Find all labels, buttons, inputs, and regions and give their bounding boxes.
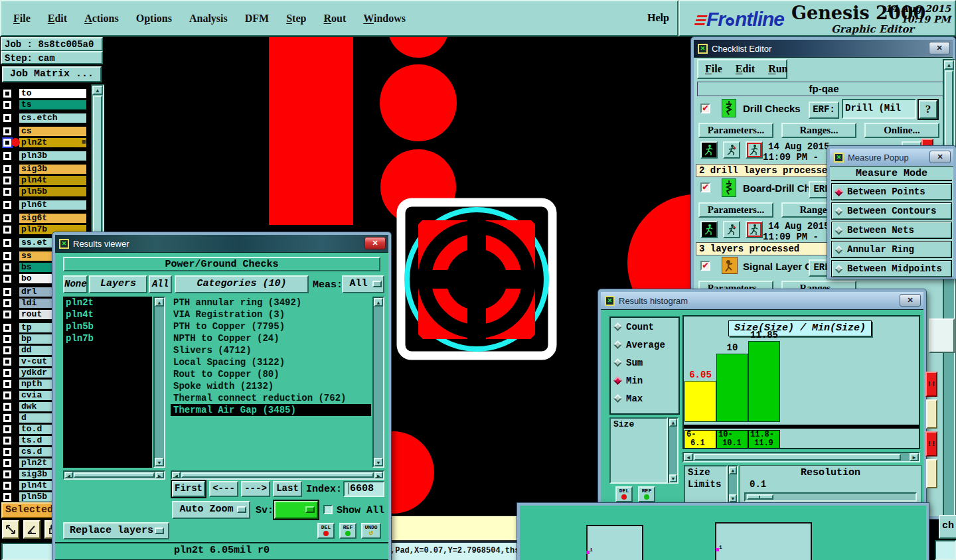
layer-checkbox[interactable] [3, 139, 11, 147]
measure-mode-option[interactable]: Between Contours [831, 202, 952, 220]
menu-item[interactable]: File [13, 13, 31, 25]
filter-none-button[interactable]: None [63, 275, 88, 293]
category-item[interactable]: Spoke width (2132) [171, 380, 371, 392]
job-matrix-button[interactable]: Job Matrix ... [2, 66, 102, 82]
index-field[interactable]: 6608 [343, 481, 384, 497]
categories-scrollbar[interactable]: ▲ ▼ [372, 297, 384, 468]
layer-name[interactable]: pln2t [19, 137, 87, 148]
layer-row[interactable]: sig6t ▦ [0, 213, 91, 224]
stat-mode-option[interactable]: Min [611, 372, 678, 389]
layer-checkbox[interactable] [3, 369, 11, 377]
layer-name[interactable]: ts [19, 100, 87, 110]
measure-tool-button[interactable] [2, 520, 19, 539]
layer-name[interactable]: pln3b [19, 151, 87, 161]
results-layer-item[interactable]: pln5b [63, 320, 152, 332]
severity-dropdown[interactable] [274, 501, 318, 519]
results-viewer-title-bar[interactable]: ✕ Results viewer ✕ [55, 235, 388, 252]
layer-checkbox[interactable] [3, 380, 11, 388]
menu-item[interactable]: Edit [736, 63, 755, 75]
layer-name[interactable]: sig3b [19, 164, 87, 175]
scroll-down-icon[interactable]: ▼ [729, 494, 737, 502]
check-action-button[interactable]: Online... [864, 123, 939, 138]
layer-checkbox[interactable] [3, 263, 11, 271]
scroll-up-icon[interactable]: ▲ [669, 419, 677, 427]
layer-checkbox[interactable] [3, 127, 11, 135]
layer-checkbox[interactable] [3, 470, 11, 478]
layer-row[interactable]: ts ▦ [0, 100, 91, 110]
prev-button[interactable]: <--- [209, 481, 238, 497]
scroll-right-icon[interactable]: ▶ [155, 472, 164, 478]
check-enabled-checkbox[interactable]: ✔ [700, 261, 710, 271]
stat-mode-option[interactable]: Count [611, 318, 678, 336]
field-list-scrollbar[interactable]: ▲ ▼ [668, 417, 678, 484]
runner-icon[interactable] [746, 221, 763, 238]
menu-item[interactable]: DFM [245, 13, 269, 25]
results-layer-item[interactable]: pln4t [63, 309, 152, 320]
layer-checkbox[interactable] [3, 437, 11, 445]
histogram-title-bar[interactable]: ✕ Results histogram ✕ [601, 292, 923, 309]
ref-button[interactable]: REF [638, 486, 655, 502]
layer-checkbox[interactable] [3, 425, 11, 433]
layer-checkbox[interactable] [3, 101, 11, 109]
category-item[interactable]: PTH to Copper (7795) [171, 320, 371, 332]
layer-row[interactable]: cs.etch ▦ [0, 113, 91, 123]
layer-name[interactable]: sig6t [19, 213, 87, 224]
ref-button[interactable]: REF [339, 523, 357, 539]
scroll-up-icon[interactable]: ▲ [92, 86, 103, 95]
close-icon[interactable]: ✕ [929, 151, 951, 163]
measure-mode-option[interactable]: Between Midpoints [831, 260, 952, 277]
layer-checkbox[interactable] [3, 165, 11, 173]
layer-checkbox[interactable] [3, 482, 11, 490]
scroll-left-icon[interactable]: ◀ [684, 453, 693, 461]
layer-checkbox[interactable] [3, 403, 11, 411]
category-item[interactable]: Thermal connect reduction (762) [171, 392, 371, 404]
undo-button[interactable]: UNDO↺ [361, 523, 381, 539]
layer-checkbox[interactable] [3, 114, 11, 122]
layer-list-scrollbar[interactable]: ▲ ▼ [153, 297, 165, 468]
categories-header-button[interactable]: Categories (10) [175, 275, 309, 293]
layer-row[interactable]: pln3b ▦ [0, 151, 91, 161]
close-icon[interactable]: ✕ [364, 237, 386, 249]
filter-all-button[interactable]: All [149, 275, 172, 293]
close-icon[interactable]: ✕ [929, 42, 950, 54]
measure-mode-option[interactable]: Between Points [831, 183, 952, 200]
layer-name[interactable]: cs [19, 126, 87, 137]
measure-mode-option[interactable]: Between Nets [831, 222, 952, 239]
menu-item[interactable]: Run [768, 63, 787, 75]
scroll-down-icon[interactable]: ▼ [669, 474, 677, 482]
category-item[interactable]: NPTH to Copper (24) [171, 332, 371, 344]
layer-row[interactable]: to ▦ [0, 88, 91, 99]
runner-icon[interactable] [723, 141, 740, 159]
close-icon[interactable]: ✕ [900, 294, 921, 307]
del-button[interactable]: DEL [317, 523, 335, 539]
layer-checkbox[interactable] [3, 152, 11, 160]
layer-name[interactable]: pln4t [19, 175, 87, 186]
layer-name[interactable]: to [19, 88, 87, 99]
stat-mode-option[interactable]: Average [611, 336, 678, 354]
layer-checkbox[interactable] [3, 324, 11, 332]
erf-field[interactable]: Drill (Mil [842, 99, 916, 119]
layer-name[interactable]: pln5b [19, 186, 87, 197]
layer-row[interactable]: pln2t ▦ [0, 137, 91, 148]
scroll-thumb[interactable] [694, 454, 901, 460]
category-item[interactable]: Thermal Air Gap (3485) [171, 404, 371, 416]
scroll-down-icon[interactable]: ▼ [155, 458, 164, 466]
layer-checkbox[interactable] [3, 239, 11, 247]
layer-checkbox[interactable] [3, 391, 11, 399]
runner-icon[interactable] [746, 141, 763, 159]
layer-checkbox[interactable] [3, 90, 11, 98]
chart-h-scrollbar[interactable]: ◀ ▶ [682, 452, 920, 462]
check-action-button[interactable]: Parameters... [698, 202, 773, 218]
first-button[interactable]: First [172, 481, 205, 497]
chart-bar-column[interactable]: 10 [716, 342, 748, 422]
chart-bar-column[interactable]: 6.05 [684, 370, 716, 422]
next-button[interactable]: ---> [241, 481, 270, 497]
layer-checkbox[interactable] [3, 252, 11, 260]
stat-mode-option[interactable]: Max [611, 389, 678, 407]
checklist-title-bar[interactable]: ✕ Checklist Editor ✕ [694, 40, 953, 57]
layer-checkbox[interactable] [3, 459, 11, 467]
scroll-up-icon[interactable]: ▲ [155, 298, 164, 307]
field-list-item[interactable]: Size [611, 419, 667, 431]
layer-row[interactable]: cs ▦ [0, 126, 91, 137]
layer-checkbox[interactable] [3, 275, 11, 283]
